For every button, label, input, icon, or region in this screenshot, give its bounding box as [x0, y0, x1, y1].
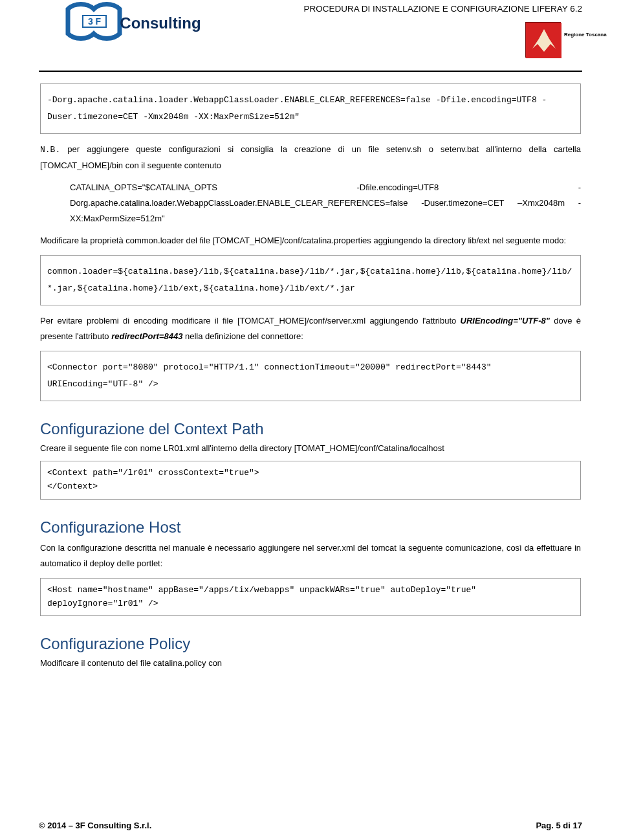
section-host-heading: Configurazione Host [40, 516, 581, 539]
code-block-host: <Host name="hostname" appBase="/apps/tix… [40, 578, 581, 617]
code-block-jvm-opts: -Dorg.apache.catalina.loader.WebappClass… [40, 83, 581, 134]
footer-page-number: Pag. 5 di 17 [536, 820, 582, 832]
code-block-connector: <Connector port="8080" protocol="HTTP/1.… [40, 351, 581, 401]
header-right: PROCEDURA DI INSTALLAZIONE E CONFIGURAZI… [303, 1, 582, 61]
redirectport-attr: redirectPort=8443 [111, 331, 182, 341]
page-header: 3 F Consulting PROCEDURA DI INSTALLAZION… [0, 0, 621, 61]
svg-text:3 F: 3 F [88, 16, 102, 27]
para-common-loader: Modificare la proprietà common.loader de… [40, 233, 581, 249]
logo-3f-consulting: 3 F Consulting [65, 1, 207, 47]
crest-icon [525, 22, 561, 58]
svg-text:Consulting: Consulting [120, 14, 201, 32]
footer-copyright: © 2014 – 3F Consulting S.r.l. [39, 820, 151, 832]
page-footer: © 2014 – 3F Consulting S.r.l. Pag. 5 di … [39, 820, 582, 832]
note-setenv: N.B. per aggiungere queste configurazion… [40, 142, 581, 173]
section-context-path-heading: Configurazione del Context Path [40, 418, 581, 441]
logo-regione-toscana: Regione Toscana [524, 19, 582, 61]
section-policy-sub: Modificare il contenuto del file catalin… [40, 657, 581, 670]
section-host-sub: Con la configurazione descritta nel manu… [40, 540, 581, 571]
document-title: PROCEDURA DI INSTALLAZIONE E CONFIGURAZI… [303, 3, 582, 16]
region-label: Regione Toscana [564, 32, 616, 38]
uriencoding-attr: URIEncoding="UTF-8" [461, 316, 550, 326]
para-encoding: Per evitare problemi di encoding modific… [40, 313, 581, 344]
section-context-path-sub: Creare il seguente file con nome LR01.xm… [40, 442, 581, 455]
catalina-opts-block: CATALINA_OPTS="$CATALINA_OPTS -Dfile.enc… [70, 180, 581, 227]
content-area: -Dorg.apache.catalina.loader.WebappClass… [0, 83, 621, 670]
code-block-context: <Context path="/lr01" crossContext="true… [40, 461, 581, 500]
nb-label: N.B. [40, 145, 60, 155]
header-rule [39, 71, 582, 72]
section-policy-heading: Configurazione Policy [40, 633, 581, 656]
code-block-common-loader: common.loader=${catalina.base}/lib,${cat… [40, 255, 581, 305]
